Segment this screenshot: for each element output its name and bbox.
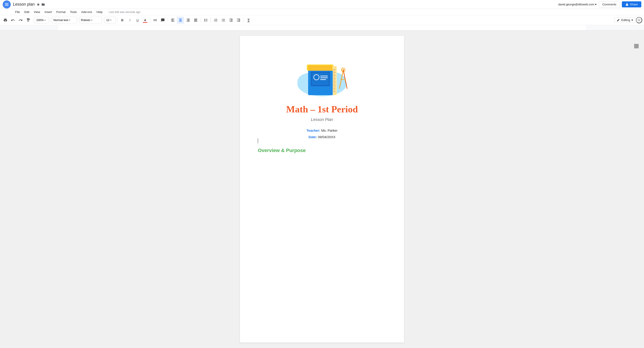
divider-3 [78,18,78,23]
document-title[interactable]: Lesson plan [13,2,35,7]
svg-rect-13 [333,66,336,95]
editing-mode-selector[interactable]: Editing ▾ [614,17,636,23]
font-size-selector[interactable]: 12 ▾ [105,17,116,24]
page-thumbnail[interactable] [634,44,639,48]
svg-rect-9 [320,76,328,76]
comments-button[interactable]: Comments [599,1,620,8]
illustration-container [258,49,386,99]
print-button[interactable] [2,17,9,24]
text-cursor [258,138,258,143]
math-illustration [288,49,356,99]
menu-help[interactable]: Help [95,10,104,14]
share-label: Share [630,3,638,6]
title-icons [36,3,45,6]
menu-addons[interactable]: Add-ons [80,10,94,14]
date-label: Date: [308,135,317,139]
divider-7 [168,18,168,23]
italic-button[interactable]: I [126,17,134,24]
collapse-toolbar-button[interactable] [636,17,642,23]
date-line: Date: 09/04/20XX [258,134,386,140]
text-style-selector[interactable]: Normal text ▾ [52,17,76,24]
menu-edit[interactable]: Edit [22,10,31,14]
ruler-inner [58,25,586,30]
zoom-selector[interactable]: 100% ▾ [35,17,49,24]
teacher-value: Ms. Parker [321,128,338,132]
document-main-title: Math – 1st Period [258,104,386,115]
undo-button[interactable] [10,17,16,24]
date-value: 09/04/20XX [318,135,336,139]
divider-8 [200,18,201,23]
last-edit-status: Last edit was seconds ago [109,11,140,14]
paint-format-button[interactable] [24,17,32,24]
main-content: Math – 1st Period Lesson Plan Teacher: M… [0,31,644,348]
divider-5 [117,18,118,23]
svg-rect-11 [320,79,326,80]
svg-rect-5 [308,65,332,71]
redo-button[interactable] [17,17,24,24]
menu-bar: File Edit View Insert Format Tools Add-o… [0,9,644,15]
align-right-button[interactable] [184,17,192,24]
justify-button[interactable] [192,17,199,24]
menu-tools[interactable]: Tools [68,10,78,14]
menu-format[interactable]: Format [54,10,67,14]
indent-more-button[interactable] [235,17,242,24]
menu-view[interactable]: View [32,10,42,14]
top-bar: Lesson plan david.george@ditoweb.com ▾ C… [0,0,644,9]
app-menu-button[interactable] [3,1,11,9]
line-spacing-button[interactable] [202,17,209,24]
divider-4 [103,18,103,23]
document-page[interactable]: Math – 1st Period Lesson Plan Teacher: M… [240,36,404,343]
section-title: Overview & Purpose [258,147,386,153]
divider-2 [50,18,50,23]
align-left-button[interactable] [169,17,176,24]
menu-file[interactable]: File [14,10,22,14]
svg-rect-10 [320,77,328,78]
lock-icon [626,3,628,6]
teacher-label: Teacher: [306,128,320,132]
font-selector[interactable]: Roboto ▾ [80,17,102,24]
underline-button[interactable]: U [134,17,141,24]
divider-10 [244,18,244,23]
star-icon[interactable] [36,3,40,6]
font-color-button[interactable]: A [142,17,149,24]
ruler [0,25,644,31]
editing-mode-label: Editing [621,18,630,22]
bulleted-list-button[interactable] [220,17,227,24]
indent-less-button[interactable] [228,17,234,24]
align-center-button[interactable] [177,17,184,24]
editing-mode-arrow: ▾ [632,18,633,22]
menu-insert[interactable]: Insert [43,10,54,14]
top-right-controls: david.george@ditoweb.com ▾ Comments Shar… [558,1,641,8]
divider-6 [150,18,150,23]
share-button[interactable]: Share [622,1,641,8]
bold-button[interactable]: B [119,17,126,24]
document-subtitle: Lesson Plan [258,117,386,122]
numbered-list-button[interactable] [212,17,219,24]
user-email[interactable]: david.george@ditoweb.com ▾ [558,3,596,6]
comment-button[interactable] [159,17,166,24]
teacher-line: Teacher: Ms. Parker [258,127,386,134]
toolbar: 100% ▾ Normal text ▾ Roboto ▾ 12 ▾ B I U… [0,15,644,25]
pencil-icon [617,19,620,22]
divider-1 [33,18,33,23]
link-button[interactable] [152,17,159,24]
formula-button[interactable]: ∑ [245,17,252,24]
folder-icon[interactable] [41,3,45,6]
document-meta: Teacher: Ms. Parker Date: 09/04/20XX [258,127,386,140]
